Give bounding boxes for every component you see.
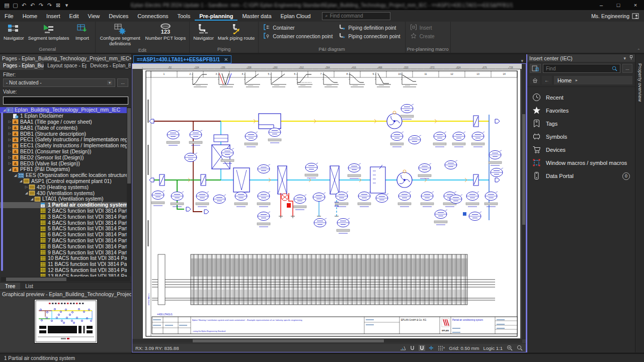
insert-center-icon-button[interactable]	[530, 64, 541, 73]
preview-panel-header[interactable]: Graphical preview - Eplan_Building_Techn…	[0, 290, 131, 298]
insert-center-more-button[interactable]: ...	[622, 64, 632, 73]
tree-item[interactable]: ▷&BED3 (Valve list (Design))	[0, 160, 131, 166]
tree-caret-icon[interactable]: ▷	[8, 132, 12, 136]
tree-item[interactable]: 9 BACS function list VDI 3814 Part 4.3	[0, 249, 131, 255]
drawing-page[interactable]: 1234567891011121314=430.LTA01/1	[143, 69, 520, 338]
logic-scale-label[interactable]: Logic 1:1	[483, 345, 503, 351]
tree-item[interactable]: 12 BACS function list VDI 3814 Part 4.3	[0, 267, 131, 274]
menu-tab-devices[interactable]: Devices	[104, 11, 133, 21]
tree-item[interactable]: ▷420 (Heating systems)	[0, 184, 131, 190]
tree-item[interactable]: ◢LTA01 (Ventilation system)	[0, 196, 131, 202]
menu-tab-file[interactable]: File	[0, 11, 18, 21]
menu-tab-tools[interactable]: Tools	[173, 11, 195, 21]
tree-item[interactable]: ▷&BDB1 (Structure description)	[0, 131, 131, 137]
close-button[interactable]: ×	[627, 2, 644, 8]
tab-tree[interactable]: Tree	[0, 283, 20, 290]
insert-center-item-tags[interactable]: Tags	[527, 117, 635, 130]
ribbon-button-piping-definition-point[interactable]: Piping definition point	[339, 24, 400, 31]
angle-snap-icon[interactable]	[400, 345, 406, 350]
customize-icon[interactable]: ▾	[63, 2, 70, 9]
cancel-action-icon[interactable]: ⊠	[54, 2, 62, 9]
tree-item[interactable]: 4 BACS function list VDI 3814 Part 4.3	[0, 220, 131, 226]
new-page-icon[interactable]: ▤	[3, 2, 11, 9]
ribbon-button-configure-segment-definitions[interactable]: Configure segment definitions	[97, 22, 143, 47]
grid-toggle-icon[interactable]: ▾	[438, 345, 445, 350]
tree-item[interactable]: ▷&BED2 (Sensor list (Design))	[0, 154, 131, 160]
tree-item[interactable]: ◢EES (Organization specific location str…	[0, 172, 131, 178]
menu-tab-master-data[interactable]: Master data	[237, 11, 276, 21]
tree-item[interactable]: 1 Partial air conditioning system	[0, 202, 131, 208]
panel-pin-icon[interactable]	[629, 55, 633, 61]
pages-panel-header[interactable]: Pages - Eplan_Building_Technology_Projec…	[0, 54, 131, 62]
tree-caret-icon[interactable]: ◢	[30, 197, 34, 201]
menu-tab-eplan-cloud[interactable]: Eplan Cloud	[276, 11, 315, 21]
tree-caret-icon[interactable]: ▷	[24, 185, 29, 189]
tree-item[interactable]: 11 BACS function list VDI 3814 Part 4.3	[0, 261, 131, 267]
redo-list-icon[interactable]: ↷	[46, 2, 53, 9]
tree-caret-icon[interactable]: ▷	[8, 155, 12, 159]
value-input[interactable]	[3, 97, 128, 105]
ribbon-button-number-pct-loops[interactable]: 123 Number PCT loops	[143, 22, 188, 47]
tree-item[interactable]: 8 BACS function list VDI 3814 Part 4.3	[0, 243, 131, 249]
tree-caret-icon[interactable]: ▷	[8, 149, 12, 153]
undo-list-icon[interactable]: ↶	[20, 2, 28, 9]
open-page-icon[interactable]: ▢	[12, 2, 19, 9]
crosshair-icon[interactable]: ✛	[429, 345, 434, 351]
find-command-box[interactable]: ⌕	[322, 12, 390, 20]
home-icon[interactable]	[530, 76, 540, 84]
tree-caret-icon[interactable]: ◢	[13, 173, 18, 177]
ribbon-button-mark-piping-route[interactable]: Mark piping route	[216, 22, 257, 46]
back-arrow-icon[interactable]: ←	[542, 76, 552, 84]
tree-item[interactable]: 6 BACS function list VDI 3814 Part 4.3	[0, 232, 131, 238]
canvas-horizontal-scrollbar[interactable]	[132, 339, 522, 343]
tree-item[interactable]: 2 BACS function list VDI 3814 Part 4.3	[0, 208, 131, 214]
ribbon-button-navigator[interactable]: Navigator	[191, 22, 216, 46]
breadcrumb[interactable]: Home ▸	[554, 76, 632, 84]
menu-tab-connections[interactable]: Connections	[133, 11, 173, 21]
property-overview-tab[interactable]: Property overview	[637, 63, 643, 102]
tree-item[interactable]: ▷&BAB1 (Table of contents)	[0, 125, 131, 131]
tree-caret-icon[interactable]: ▷	[8, 138, 12, 142]
ribbon-button-container[interactable]: Container	[263, 24, 333, 31]
tree-horizontal-scrollbar[interactable]	[1, 277, 130, 282]
dock-tab-2[interactable]: Devices - Eplan_Build...	[87, 62, 131, 70]
insert-center-header[interactable]: Insert center (IEC) ▾	[527, 54, 635, 62]
menu-tab-pre-planning[interactable]: Pre-planning	[195, 11, 237, 21]
tree-item[interactable]: 1 Eplan Disclaimer	[0, 113, 131, 119]
insert-center-item-symbols[interactable]: Symbols	[527, 130, 635, 143]
zoom-window-icon[interactable]	[517, 345, 523, 351]
tree-item[interactable]: ◢ASP1 (Control equipment plant 01)	[0, 178, 131, 185]
insert-center-find-input[interactable]	[546, 66, 612, 71]
menu-tab-insert[interactable]: Insert	[42, 11, 65, 21]
tree-caret-icon[interactable]: ◢	[24, 191, 29, 195]
ribbon-button-segment-templates[interactable]: Segment templates	[26, 22, 71, 46]
menu-tab-edit[interactable]: Edit	[65, 11, 84, 21]
object-snap-icon[interactable]	[419, 345, 425, 351]
tree-caret-icon[interactable]: ▷	[8, 126, 12, 130]
tree-item[interactable]: ◢&PFB1 (P&I Diagrams)	[0, 166, 131, 172]
tree-caret-icon[interactable]: ▷	[8, 144, 12, 148]
ribbon-button-navigator[interactable]: Navigator	[2, 22, 26, 46]
tab-list[interactable]: List	[20, 283, 38, 290]
panel-dropdown-icon[interactable]: ▾	[623, 56, 626, 61]
panel-dropdown-icon[interactable]: ▾	[129, 56, 131, 61]
ribbon-button-create[interactable]: Create	[410, 33, 435, 40]
minimize-button[interactable]: –	[593, 2, 610, 8]
tree-caret-icon[interactable]: ◢	[2, 108, 7, 112]
undo-icon[interactable]: ↶	[29, 2, 36, 9]
tree-item[interactable]: ▷&EEC1 (Safety instructions / Implementa…	[0, 143, 131, 149]
filter-dropdown[interactable]: - Not activated - ▾	[3, 78, 115, 87]
insert-center-item-devices[interactable]: Devices	[527, 143, 635, 156]
ribbon-button-container-connection-point[interactable]: Container connection point	[263, 33, 333, 40]
ribbon-button-piping-connection-point[interactable]: Piping connection point	[339, 33, 400, 40]
ribbon-button-import[interactable]: Import	[71, 22, 94, 46]
document-tab-list-icon[interactable]: ▾	[518, 58, 526, 63]
zoom-in-icon[interactable]	[507, 345, 513, 351]
filter-more-button[interactable]: ...	[117, 78, 128, 87]
menu-tab-view[interactable]: View	[84, 11, 105, 21]
document-tab-close-icon[interactable]: ✕	[224, 57, 228, 62]
tree-vertical-scrollbar[interactable]	[127, 107, 131, 277]
breadcrumb-home[interactable]: Home	[557, 77, 572, 83]
maximize-button[interactable]: □	[610, 2, 627, 8]
document-tab[interactable]: ==ASP1=430.LTA01++EES&PFB1/1 ✕	[133, 55, 231, 63]
